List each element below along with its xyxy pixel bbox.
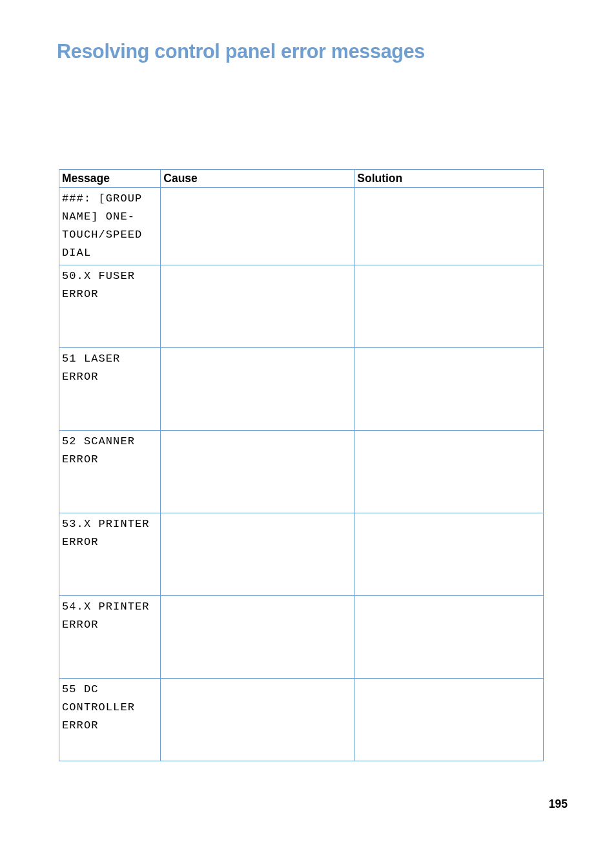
page: Resolving control panel error messages M… <box>0 0 616 853</box>
page-headline: Resolving control panel error messages <box>57 40 425 63</box>
message-cell: 50.X FUSER ERROR <box>62 267 158 340</box>
message-cell: 55 DC CONTROLLER ERROR <box>62 681 158 735</box>
table-row: ###: [GROUP NAME] ONE-TOUCH/SPEED DIAL <box>59 188 544 265</box>
header-cause: Cause <box>161 170 354 188</box>
table-row: 55 DC CONTROLLER ERROR <box>59 679 544 761</box>
message-cell: ###: [GROUP NAME] ONE-TOUCH/SPEED DIAL <box>62 190 158 262</box>
header-message: Message <box>59 170 161 188</box>
message-cell: 54.X PRINTER ERROR <box>62 598 158 670</box>
table-row: 51 LASER ERROR <box>59 348 544 431</box>
table-row: 50.X FUSER ERROR <box>59 265 544 348</box>
message-cell: 53.X PRINTER ERROR <box>62 515 158 588</box>
table-row: 54.X PRINTER ERROR <box>59 596 544 679</box>
error-messages-table: Message Cause Solution ###: [GROUP NAME]… <box>59 169 544 761</box>
message-cell: 52 SCANNER ERROR <box>62 433 158 505</box>
table-header-row: Message Cause Solution <box>59 170 544 188</box>
header-solution: Solution <box>354 170 544 188</box>
table-row: 52 SCANNER ERROR <box>59 431 544 513</box>
page-number: 195 <box>549 797 568 811</box>
message-cell: 51 LASER ERROR <box>62 350 158 422</box>
table-row: 53.X PRINTER ERROR <box>59 513 544 596</box>
